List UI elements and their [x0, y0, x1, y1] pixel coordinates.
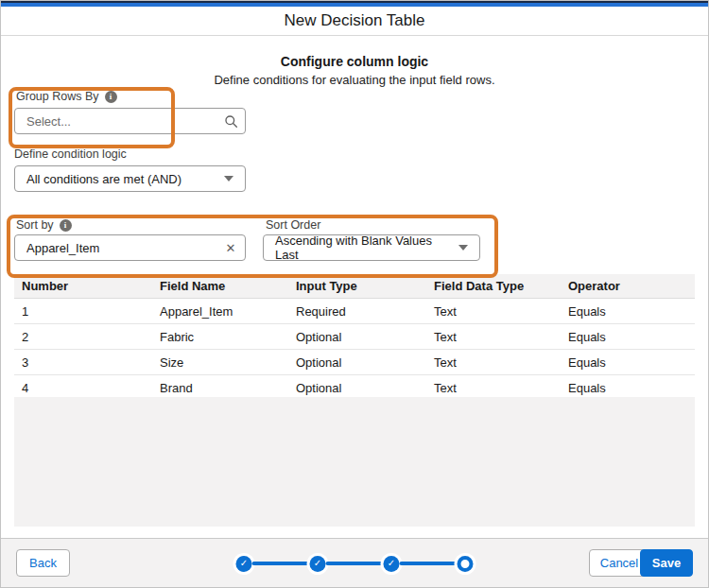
table-header-row: Number Field Name Input Type Field Data … — [14, 274, 695, 299]
column-header-number: Number — [14, 279, 152, 293]
table-row: 1Apparel_ItemRequiredTextEquals — [14, 299, 695, 324]
back-button[interactable]: Back — [16, 549, 70, 577]
table-row: 2FabricOptionalTextEquals — [14, 324, 695, 350]
group-rows-by-input[interactable] — [15, 109, 216, 133]
progress-connector — [326, 562, 384, 565]
progress-connector — [252, 562, 310, 565]
info-icon[interactable]: i — [60, 219, 72, 232]
conditions-table: Number Field Name Input Type Field Data … — [14, 274, 695, 401]
sort-order-label-text: Sort Order — [266, 218, 320, 232]
sort-order-value: Ascending with Blank Values Last — [264, 233, 458, 262]
modal-title: New Decision Table — [285, 11, 425, 30]
search-icon[interactable] — [216, 114, 245, 129]
sort-by-label-text: Sort by — [16, 218, 54, 232]
step-heading: Configure column logic — [1, 54, 708, 69]
progress-indicator: ✓✓✓ — [236, 539, 474, 588]
group-rows-by-label-text: Group Rows By — [16, 90, 99, 103]
table-cell: Size — [152, 355, 288, 370]
modal-titlebar: New Decision Table — [1, 7, 708, 36]
chevron-down-icon — [458, 245, 468, 251]
clear-icon[interactable]: ✕ — [216, 241, 245, 255]
table-cell: Equals — [561, 355, 695, 370]
table-cell: Brand — [152, 381, 288, 395]
sort-by-input[interactable] — [15, 235, 216, 260]
clear-x-glyph: ✕ — [226, 241, 236, 255]
table-cell: Apparel_Item — [152, 304, 288, 319]
table-cell: Equals — [561, 330, 695, 344]
chevron-down-icon — [224, 176, 233, 182]
progress-step-complete[interactable]: ✓ — [310, 556, 326, 572]
table-cell: 2 — [14, 330, 152, 344]
table-cell: Text — [426, 355, 561, 370]
new-decision-table-modal: New Decision Table Configure column logi… — [0, 0, 709, 588]
save-button[interactable]: Save — [640, 549, 693, 577]
condition-logic-label-text: Define condition logic — [14, 147, 127, 161]
column-header-input-type: Input Type — [288, 279, 426, 293]
table-cell: Optional — [288, 355, 426, 370]
table-cell: Optional — [288, 330, 426, 344]
progress-step-current[interactable] — [458, 556, 474, 572]
group-rows-by-label: Group Rows By i — [16, 90, 117, 103]
column-header-field-name: Field Name — [152, 279, 288, 293]
table-cell: Required — [288, 304, 426, 319]
progress-connector — [400, 562, 458, 565]
table-cell: Text — [426, 330, 561, 344]
sort-order-label: Sort Order — [266, 218, 320, 232]
table-body: 1Apparel_ItemRequiredTextEquals2FabricOp… — [14, 299, 695, 401]
table-row: 3SizeOptionalTextEquals — [14, 350, 695, 375]
table-cell: Equals — [561, 304, 695, 319]
table-cell: Optional — [288, 381, 426, 395]
condition-logic-label: Define condition logic — [14, 147, 127, 161]
group-rows-by-combobox[interactable] — [14, 108, 246, 134]
table-cell: 1 — [14, 304, 152, 319]
sort-order-select[interactable]: Ascending with Blank Values Last — [263, 234, 480, 261]
table-cell: 3 — [14, 355, 152, 370]
table-cell: Text — [426, 304, 561, 319]
modal-footer: Back ✓✓✓ Cancel Save — [1, 538, 708, 587]
progress-step-complete[interactable]: ✓ — [384, 556, 400, 572]
table-cell: Equals — [561, 381, 695, 395]
sort-by-field[interactable]: ✕ — [14, 234, 246, 261]
table-cell: Text — [426, 381, 561, 395]
table-cell: Fabric — [152, 330, 288, 344]
info-icon[interactable]: i — [105, 91, 117, 103]
progress-step-complete[interactable]: ✓ — [236, 556, 252, 572]
table-empty-area — [14, 397, 695, 527]
step-subheading: Define conditions for evaluating the inp… — [1, 73, 708, 87]
table-cell: 4 — [14, 381, 152, 395]
condition-logic-select[interactable]: All conditions are met (AND) — [14, 165, 246, 192]
column-header-field-data-type: Field Data Type — [426, 279, 561, 293]
sort-by-label: Sort by i — [16, 218, 72, 232]
column-header-operator: Operator — [561, 279, 695, 293]
condition-logic-value: All conditions are met (AND) — [15, 172, 224, 186]
